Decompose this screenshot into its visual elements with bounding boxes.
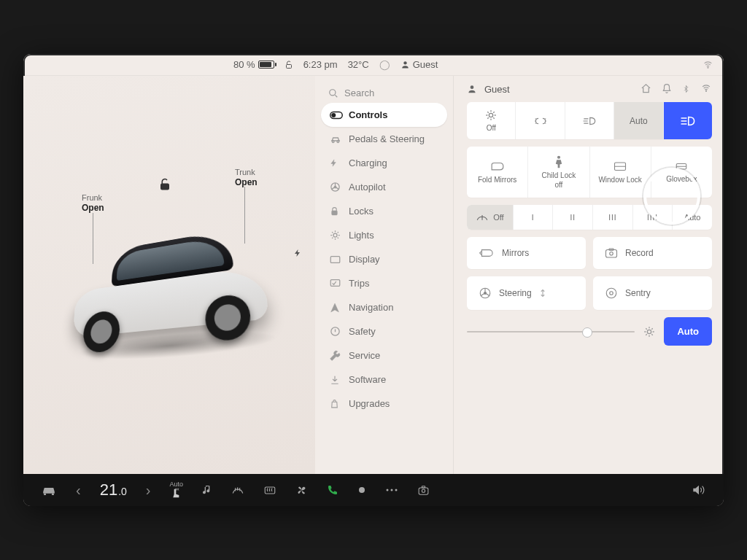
- car-visualization[interactable]: Frunk Open Trunk Open: [23, 76, 315, 474]
- homelink-icon[interactable]: [640, 83, 651, 95]
- seat-icon: [171, 488, 182, 499]
- music-icon[interactable]: [202, 484, 212, 496]
- svg-point-10: [334, 186, 336, 188]
- light-icon: [330, 230, 341, 241]
- menu-label: Locks: [349, 206, 374, 217]
- fold-mirrors[interactable]: Fold Mirrors: [467, 147, 527, 198]
- menu-charging[interactable]: Charging: [321, 151, 447, 175]
- menu-pedals[interactable]: Pedals & Steering: [321, 127, 447, 151]
- menu-controls[interactable]: Controls: [321, 103, 447, 127]
- svg-rect-30: [265, 487, 275, 494]
- bolt-icon: [330, 158, 341, 168]
- bluetooth-icon[interactable]: [682, 83, 690, 95]
- car-icon[interactable]: [41, 485, 57, 495]
- fan-icon[interactable]: [295, 484, 308, 497]
- menu-service[interactable]: Service: [321, 343, 447, 368]
- menu-label: Service: [349, 350, 380, 361]
- temp-up[interactable]: ›: [146, 482, 151, 499]
- wipers-2[interactable]: II: [552, 205, 592, 230]
- menu-label: Autopilot: [349, 182, 386, 192]
- menu-label: Display: [349, 254, 380, 265]
- menu-software[interactable]: Software: [321, 368, 447, 392]
- clock: 6:23 pm: [303, 59, 338, 70]
- camera-icon[interactable]: [357, 486, 366, 494]
- arrows-icon: [539, 289, 546, 298]
- svg-rect-3: [161, 184, 169, 190]
- trips-icon: [330, 279, 341, 288]
- wifi-icon[interactable]: [703, 60, 713, 69]
- search-row[interactable]: Search: [321, 83, 447, 103]
- svg-point-19: [557, 156, 560, 159]
- wipers-4[interactable]: IIII: [632, 205, 673, 230]
- search-label: Search: [344, 88, 374, 98]
- wipers-auto[interactable]: Auto: [672, 205, 712, 230]
- controls-panel: Guest Off: [454, 76, 724, 474]
- menu-trips[interactable]: Trips: [321, 271, 447, 295]
- car-lock-icon[interactable]: [158, 178, 171, 191]
- high-beam[interactable]: [663, 102, 712, 139]
- volume-icon[interactable]: [692, 484, 706, 496]
- dashcam-record[interactable]: Record: [593, 237, 712, 269]
- menu-upgrades[interactable]: Upgrades: [321, 392, 447, 416]
- child-icon: [554, 155, 564, 168]
- lights-parking[interactable]: [515, 102, 564, 139]
- steering-adjust[interactable]: Steering: [467, 276, 586, 310]
- menu-display[interactable]: Display: [321, 247, 447, 271]
- menu-label: Navigation: [349, 302, 393, 313]
- svg-point-23: [610, 252, 614, 256]
- lights-off[interactable]: Off: [467, 102, 515, 139]
- wipers-3[interactable]: III: [592, 205, 632, 230]
- battery-indicator[interactable]: 80 %: [233, 59, 274, 70]
- battery-pct: 80 %: [233, 59, 255, 70]
- lock-icon: [330, 206, 341, 217]
- driver-profile[interactable]: Guest: [484, 84, 510, 95]
- defrost-front-icon[interactable]: [231, 484, 244, 496]
- lights-auto[interactable]: Auto: [614, 102, 662, 139]
- svg-point-34: [395, 489, 398, 491]
- mirrors-adjust[interactable]: Mirrors: [467, 237, 586, 269]
- user-icon[interactable]: Guest: [400, 59, 438, 70]
- glovebox-icon: [675, 162, 688, 172]
- glovebox[interactable]: Glovebox: [651, 147, 712, 198]
- svg-point-16: [471, 85, 474, 89]
- status-bar: 80 % 6:23 pm 32°C ◯ Guest: [23, 54, 724, 76]
- headlights-card: Off Auto: [467, 102, 712, 139]
- bag-icon: [330, 399, 341, 409]
- seat-heater[interactable]: Auto: [170, 481, 184, 499]
- temp-down[interactable]: ‹: [76, 482, 81, 499]
- dashcam-icon[interactable]: [417, 485, 430, 496]
- window-lock[interactable]: Window Lock: [589, 147, 651, 198]
- menu-locks[interactable]: Locks: [321, 199, 447, 223]
- lock-status-icon[interactable]: [285, 61, 293, 69]
- menu-navigation[interactable]: Navigation: [321, 295, 447, 319]
- phone-icon[interactable]: [327, 484, 338, 496]
- quick-controls-card: Fold Mirrors Child Lock off Window Lock …: [467, 147, 712, 198]
- more-icon[interactable]: [385, 488, 398, 492]
- svg-point-33: [391, 489, 393, 491]
- wipers-off[interactable]: Off: [467, 205, 513, 230]
- child-lock[interactable]: Child Lock off: [527, 147, 589, 198]
- touchscreen: 80 % 6:23 pm 32°C ◯ Guest Frunk Open: [23, 54, 724, 506]
- cabin-temp[interactable]: 21.0: [100, 481, 127, 499]
- defrost-rear-icon[interactable]: [263, 485, 276, 496]
- brightness-slider[interactable]: [467, 331, 635, 332]
- user-label: Guest: [413, 59, 438, 70]
- brightness-row: Auto: [467, 317, 712, 346]
- lights-on[interactable]: [565, 102, 614, 139]
- outside-temp[interactable]: 32°C: [348, 59, 369, 70]
- svg-point-4: [330, 89, 336, 95]
- menu-lights[interactable]: Lights: [321, 223, 447, 247]
- notifications-icon[interactable]: [662, 83, 672, 95]
- svg-rect-0: [286, 64, 291, 68]
- svg-point-8: [337, 141, 339, 143]
- display-icon: [330, 255, 341, 264]
- menu-autopilot[interactable]: Autopilot: [321, 175, 447, 199]
- record-icon: [605, 247, 618, 259]
- menu-safety[interactable]: Safety: [321, 319, 447, 343]
- sentry-mode[interactable]: Sentry: [593, 276, 712, 310]
- frunk-button[interactable]: Frunk Open: [82, 192, 104, 214]
- brightness-auto[interactable]: Auto: [664, 317, 712, 346]
- wipers-1[interactable]: I: [513, 205, 553, 230]
- wifi-icon[interactable]: [700, 83, 712, 95]
- trunk-button[interactable]: Trunk Open: [235, 167, 258, 189]
